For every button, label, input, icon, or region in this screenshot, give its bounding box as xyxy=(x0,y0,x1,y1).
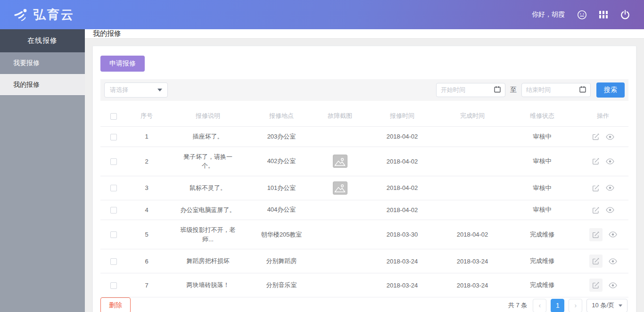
report-time-cell: 2018-04-02 xyxy=(366,176,438,200)
edit-icon[interactable] xyxy=(592,157,600,165)
date-filter-group: 开始时间 至 结束时间 xyxy=(436,82,625,98)
column-header: 报修时间 xyxy=(366,106,438,127)
start-date-input[interactable]: 开始时间 xyxy=(436,83,505,97)
description-text: 凳子坏了，请换一个。 xyxy=(179,152,237,171)
repairs-table: 序号报修说明报修地点故障截图报修时间完成时间维修状态操作 1插座坏了。203办公… xyxy=(100,106,628,297)
screenshot-cell xyxy=(314,176,366,200)
screenshot-cell xyxy=(314,147,366,176)
report-time-cell: 2018-04-02 xyxy=(366,127,438,147)
power-icon[interactable] xyxy=(620,10,630,19)
edit-icon[interactable] xyxy=(592,133,600,140)
edit-icon[interactable] xyxy=(589,228,603,241)
report-time-cell: 2018-04-02 xyxy=(366,200,438,220)
page-size-value: 10 条/页 xyxy=(592,301,614,310)
page-size-select[interactable]: 10 条/页 xyxy=(586,299,627,312)
screenshot-cell xyxy=(314,273,366,297)
content-area: 申请报修 请选择 开始时间 xyxy=(85,39,644,312)
row-checkbox[interactable] xyxy=(110,158,117,165)
view-eye-icon[interactable] xyxy=(606,207,614,213)
prev-page-button[interactable]: ‹ xyxy=(533,299,546,312)
column-header: 维修状态 xyxy=(507,106,578,127)
table-row: 4办公室电脑蓝屏了。404办公室2018-04-02审核中 xyxy=(100,200,628,220)
total-count: 共 7 条 xyxy=(508,301,527,310)
location-cell: 101办公室 xyxy=(249,176,314,200)
table-row: 3鼠标不灵了。101办公室2018-04-02审核中 xyxy=(100,176,628,200)
location-cell: 404办公室 xyxy=(249,200,314,220)
status-cell: 审核中 xyxy=(507,176,578,200)
checkbox-cell xyxy=(100,200,127,220)
row-checkbox[interactable] xyxy=(110,282,117,289)
main-area: 我的报修 申请报修 请选择 开始时间 xyxy=(85,29,644,312)
finish-time-cell xyxy=(438,127,507,147)
sidebar-item-label: 我要报修 xyxy=(13,59,40,66)
select-all-header xyxy=(100,106,127,127)
view-eye-icon[interactable] xyxy=(606,158,614,164)
runner-logo-icon xyxy=(13,8,29,22)
status-cell: 完成维修 xyxy=(507,220,578,249)
apps-grid-icon[interactable] xyxy=(599,10,608,19)
sidebar-item-1[interactable]: 我的报修 xyxy=(0,74,85,96)
column-header: 序号 xyxy=(127,106,166,127)
table-row: 2凳子坏了，请换一个。402办公室2018-04-02审核中 xyxy=(100,147,628,176)
end-date-input[interactable]: 结束时间 xyxy=(521,83,591,97)
table-row: 6舞蹈房把杆损坏分别舞蹈房2018-03-242018-03-24完成维修 xyxy=(100,249,628,273)
edit-icon[interactable] xyxy=(589,255,603,268)
select-all-checkbox[interactable] xyxy=(110,113,117,120)
actions-cell xyxy=(578,127,628,147)
view-eye-icon[interactable] xyxy=(609,231,617,238)
actions-cell xyxy=(578,147,628,176)
status-cell: 完成维修 xyxy=(507,249,578,273)
finish-time-cell xyxy=(438,176,507,200)
description-text: 两块墙砖脱落！ xyxy=(187,280,230,290)
page-1-button[interactable]: 1 xyxy=(551,299,564,312)
delete-button[interactable]: 删除 xyxy=(100,297,131,312)
row-checkbox[interactable] xyxy=(110,258,117,265)
type-select[interactable]: 请选择 xyxy=(104,82,168,98)
edit-icon[interactable] xyxy=(589,279,603,292)
table-row: 5班级投影打不开，老师...朝华楼205教室2018-03-302018-04-… xyxy=(100,220,628,249)
edit-icon[interactable] xyxy=(592,206,600,214)
actions-cell xyxy=(578,200,628,220)
row-checkbox[interactable] xyxy=(110,134,117,140)
actions-cell xyxy=(578,273,628,297)
smiley-icon[interactable] xyxy=(577,10,587,20)
checkbox-cell xyxy=(100,273,127,297)
screenshot-cell xyxy=(314,127,366,147)
status-cell: 完成维修 xyxy=(507,273,578,297)
row-checkbox[interactable] xyxy=(110,231,117,238)
checkbox-cell xyxy=(100,127,127,147)
calendar-icon xyxy=(579,86,586,94)
next-page-button[interactable]: › xyxy=(569,299,582,312)
image-thumbnail[interactable] xyxy=(333,181,347,195)
description-cell: 班级投影打不开，老师... xyxy=(166,220,249,249)
column-header: 完成时间 xyxy=(438,106,507,127)
sidebar-title: 在线报修 xyxy=(0,29,85,52)
row-checkbox[interactable] xyxy=(110,185,117,191)
checkbox-cell xyxy=(100,176,127,200)
view-eye-icon[interactable] xyxy=(606,134,614,140)
view-eye-icon[interactable] xyxy=(609,258,617,264)
search-button[interactable]: 搜索 xyxy=(596,82,625,98)
card-footer: 删除 共 7 条 ‹ 1 › 10 条/页 xyxy=(100,297,628,312)
sidebar-item-0[interactable]: 我要报修 xyxy=(0,52,85,74)
column-header: 报修地点 xyxy=(249,106,314,127)
image-thumbnail[interactable] xyxy=(333,155,347,168)
description-text: 插座坏了。 xyxy=(193,132,223,141)
screenshot-cell xyxy=(314,200,366,220)
row-checkbox[interactable] xyxy=(110,207,117,213)
row-number-cell: 6 xyxy=(127,249,166,273)
row-number-cell: 2 xyxy=(127,147,166,176)
repairs-card: 申请报修 请选择 开始时间 xyxy=(92,46,636,312)
description-cell: 插座坏了。 xyxy=(166,127,249,147)
end-date-placeholder: 结束时间 xyxy=(526,86,551,94)
column-header: 操作 xyxy=(578,106,628,127)
apply-repair-button[interactable]: 申请报修 xyxy=(100,56,145,72)
edit-icon[interactable] xyxy=(592,184,600,192)
view-eye-icon[interactable] xyxy=(606,185,614,191)
report-time-cell: 2018-03-24 xyxy=(366,273,438,297)
view-eye-icon[interactable] xyxy=(609,282,617,288)
description-cell: 鼠标不灵了。 xyxy=(166,176,249,200)
app-logo[interactable]: 弘育云 xyxy=(13,7,74,23)
logo-text: 弘育云 xyxy=(33,7,74,23)
actions-cell xyxy=(578,220,628,249)
